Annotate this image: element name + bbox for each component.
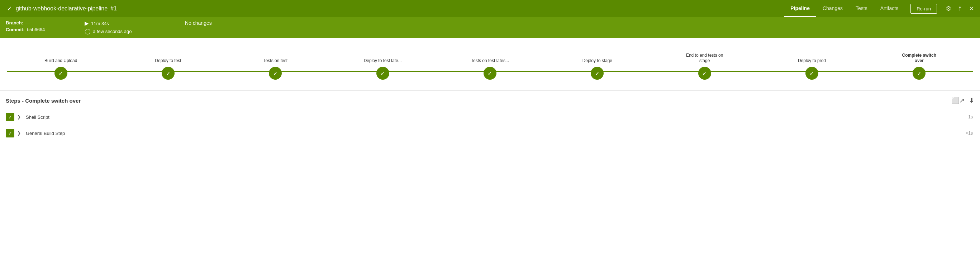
step-duration-shell-script: 1s	[968, 115, 973, 120]
stage-complete-switch[interactable]: Complete switch over ✓	[865, 53, 973, 80]
no-changes-area: No changes	[164, 20, 974, 26]
time-row: ◯ a few seconds ago	[84, 28, 164, 34]
commit-value: b5b6664	[27, 27, 45, 32]
stage-label-deploy-test-late: Deploy to test late...	[364, 53, 402, 64]
open-external-icon[interactable]: ⬜↗	[951, 96, 964, 104]
nav-tabs: Pipeline Changes Tests Artifacts	[784, 0, 905, 17]
stage-circle-tests-on-test: ✓	[269, 67, 282, 80]
stage-label-build-upload: Build and Upload	[45, 53, 77, 64]
stage-deploy-test[interactable]: Deploy to test ✓	[115, 53, 221, 80]
commit-row: Commit: b5b6664	[6, 27, 84, 32]
clock-icon: ◯	[84, 28, 91, 34]
stage-label-tests-test-lates: Tests on test lates...	[471, 53, 509, 64]
stage-end-to-end-stage[interactable]: End to end tests on stage ✓	[651, 53, 758, 80]
success-check-icon: ✓	[6, 5, 13, 12]
gear-icon[interactable]: ⚙	[946, 5, 951, 13]
rerun-button[interactable]: Re-run	[910, 4, 937, 14]
pipeline-title-link[interactable]: github-webhook-declarative-pipeline	[16, 5, 108, 12]
stage-deploy-test-late[interactable]: Deploy to test late... ✓	[329, 53, 436, 80]
steps-header: Steps - Complete switch over ⬜↗ ⬇	[6, 91, 974, 109]
step-name-shell-script: Shell Script	[26, 115, 965, 120]
meta-center: ▶ 11m 34s ◯ a few seconds ago	[84, 20, 164, 34]
stage-circle-deploy-prod: ✓	[805, 67, 818, 80]
commit-label: Commit:	[6, 27, 25, 32]
stage-deploy-prod[interactable]: Deploy to prod ✓	[758, 53, 865, 80]
step-status-shell-script: ✓	[6, 113, 14, 121]
stage-circle-deploy-test-late: ✓	[376, 67, 389, 80]
time-value: a few seconds ago	[93, 29, 132, 34]
stage-label-tests-on-test: Tests on test	[264, 53, 288, 64]
close-icon[interactable]: ✕	[969, 5, 974, 13]
pipeline-section: Build and Upload ✓ Deploy to test ✓ Test…	[0, 38, 980, 90]
steps-actions: ⬜↗ ⬇	[951, 96, 974, 104]
duration-value: 11m 34s	[91, 21, 109, 26]
branch-row: Branch: —	[6, 20, 84, 26]
duration-icon: ▶	[84, 20, 89, 27]
meta-bar: Branch: — Commit: b5b6664 ▶ 11m 34s ◯ a …	[0, 17, 980, 38]
step-status-general-build: ✓	[6, 129, 14, 137]
tab-tests[interactable]: Tests	[849, 0, 874, 17]
stage-circle-complete-switch: ✓	[913, 67, 926, 80]
stage-circle-deploy-test: ✓	[162, 67, 175, 80]
steps-section: Steps - Complete switch over ⬜↗ ⬇ ✓ ❯ Sh…	[0, 90, 980, 141]
stage-tests-test-lates[interactable]: Tests on test lates... ✓	[436, 53, 543, 80]
header: ✓ github-webhook-declarative-pipeline #1…	[0, 0, 980, 17]
header-title-area: ✓ github-webhook-declarative-pipeline #1	[6, 5, 778, 12]
no-changes-text: No changes	[185, 20, 212, 26]
stage-circle-tests-test-lates: ✓	[484, 67, 496, 80]
tab-artifacts[interactable]: Artifacts	[874, 0, 905, 17]
export-icon[interactable]: ⭱	[957, 5, 963, 12]
stage-label-deploy-prod: Deploy to prod	[798, 53, 826, 64]
duration-row: ▶ 11m 34s	[84, 20, 164, 27]
download-icon[interactable]: ⬇	[969, 96, 974, 104]
stage-circle-build-upload: ✓	[54, 67, 67, 80]
branch-label: Branch:	[6, 20, 23, 26]
tab-changes[interactable]: Changes	[816, 0, 849, 17]
stage-label-deploy-stage: Deploy to stage	[582, 53, 612, 64]
stage-build-upload[interactable]: Build and Upload ✓	[7, 53, 115, 80]
steps-title: Steps - Complete switch over	[6, 98, 81, 104]
stage-label-complete-switch: Complete switch over	[899, 53, 939, 64]
stage-label-deploy-test: Deploy to test	[155, 53, 181, 64]
step-duration-general-build: <1s	[966, 131, 973, 136]
step-row-general-build: ✓ ❯ General Build Step <1s	[6, 125, 974, 141]
stage-deploy-stage[interactable]: Deploy to stage ✓	[544, 53, 651, 80]
step-name-general-build: General Build Step	[26, 131, 963, 136]
step-chevron-shell-script[interactable]: ❯	[17, 115, 23, 120]
header-icons: ⚙ ⭱ ✕	[946, 5, 974, 13]
step-row-shell-script: ✓ ❯ Shell Script 1s	[6, 109, 974, 125]
stage-circle-deploy-stage: ✓	[591, 67, 604, 80]
build-number: #1	[110, 5, 117, 12]
stage-label-end-to-end-stage: End to end tests on stage	[685, 53, 724, 64]
tab-pipeline[interactable]: Pipeline	[784, 0, 816, 17]
step-chevron-general-build[interactable]: ❯	[17, 131, 23, 136]
stage-tests-on-test[interactable]: Tests on test ✓	[222, 53, 329, 80]
pipeline-track: Build and Upload ✓ Deploy to test ✓ Test…	[7, 53, 973, 83]
branch-value: —	[25, 20, 30, 26]
stage-circle-end-to-end-stage: ✓	[698, 67, 711, 80]
meta-left: Branch: — Commit: b5b6664	[6, 20, 84, 32]
